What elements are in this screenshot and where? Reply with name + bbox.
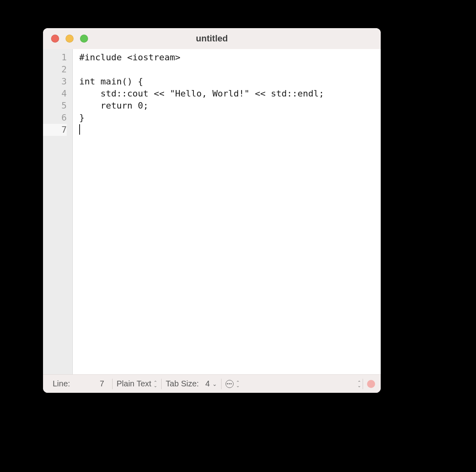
stepper-icon: ⌃⌄ xyxy=(357,381,361,387)
minimize-button[interactable] xyxy=(66,35,74,43)
code-line[interactable]: int main() { xyxy=(79,76,381,88)
code-line[interactable]: #include <iostream> xyxy=(79,51,381,64)
tab-size-value: 4 xyxy=(205,379,210,388)
chevron-down-icon: ⌄ xyxy=(212,381,217,387)
code-text-area[interactable]: #include <iostream>int main() { std::cou… xyxy=(73,49,381,374)
line-number[interactable]: 4 xyxy=(43,88,67,100)
line-number[interactable]: 2 xyxy=(43,64,67,76)
editor-window: untitled 1234567 #include <iostream>int … xyxy=(43,28,381,393)
line-number[interactable]: 6 xyxy=(43,112,67,124)
line-label: Line: xyxy=(53,379,74,388)
code-line[interactable]: std::cout << "Hello, World!" << std::end… xyxy=(79,88,381,100)
stepper-icon: ⌃⌄ xyxy=(154,381,157,387)
window-title: untitled xyxy=(43,33,381,44)
line-number[interactable]: 5 xyxy=(43,100,67,112)
stepper-icon: ⌃⌄ xyxy=(236,381,240,387)
line-number[interactable]: 3 xyxy=(43,76,67,88)
code-line[interactable] xyxy=(79,124,381,136)
line-number[interactable]: 1 xyxy=(43,51,67,64)
close-button[interactable] xyxy=(51,35,59,43)
editor-area: 1234567 #include <iostream>int main() { … xyxy=(43,49,381,374)
traffic-lights xyxy=(43,35,88,43)
syntax-selector[interactable]: Plain Text ⌃⌄ xyxy=(113,375,161,393)
line-number[interactable]: 7 xyxy=(43,124,67,136)
code-line[interactable]: return 0; xyxy=(79,100,381,112)
divider xyxy=(363,379,363,389)
tab-size-selector[interactable]: Tab Size: 4 ⌄ xyxy=(162,375,221,393)
line-number-gutter[interactable]: 1234567 xyxy=(43,49,73,374)
unsaved-indicator-icon[interactable] xyxy=(367,380,375,388)
nav-stepper[interactable]: ⌃⌄ xyxy=(351,375,363,393)
ellipsis-circle-icon: ••• xyxy=(226,380,234,388)
line-value: 7 xyxy=(74,379,108,388)
line-indicator[interactable]: Line: 7 xyxy=(49,375,112,393)
titlebar[interactable]: untitled xyxy=(43,28,381,49)
code-line[interactable] xyxy=(79,64,381,76)
text-cursor xyxy=(79,124,80,135)
maximize-button[interactable] xyxy=(80,35,88,43)
more-options[interactable]: ••• ⌃⌄ xyxy=(222,375,244,393)
tab-size-label: Tab Size: xyxy=(166,379,199,388)
code-line[interactable]: } xyxy=(79,112,381,124)
syntax-label: Plain Text xyxy=(117,379,151,388)
status-bar: Line: 7 Plain Text ⌃⌄ Tab Size: 4 ⌄ ••• … xyxy=(43,374,381,393)
